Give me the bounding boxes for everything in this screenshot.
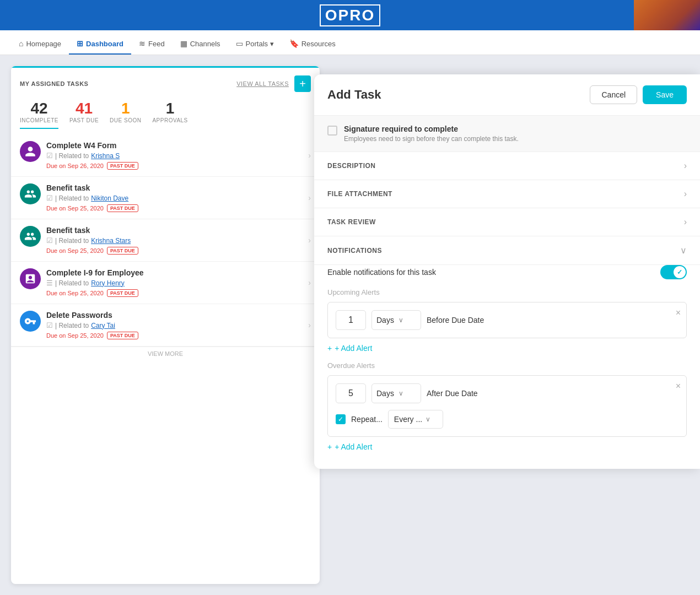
task-item[interactable]: Benefit task ☑ | Related to Krishna Star… (11, 219, 320, 262)
modal-header: Add Task Cancel Save (314, 74, 700, 116)
upcoming-alert-box: Days ∨ Before Due Date × (327, 302, 687, 338)
upcoming-alert-unit-select[interactable]: Days ∨ (371, 310, 421, 330)
task-related-link[interactable]: Rory Henry (91, 279, 125, 287)
task-item[interactable]: Delete Passwords ☑ | Related to Cary Tai… (11, 304, 320, 347)
task-related-link[interactable]: Krishna Stars (91, 237, 131, 245)
repeat-row: ✓ Repeat... Every ... ∨ (336, 410, 679, 429)
nav-portals-label: Portals ▾ (246, 40, 274, 48)
close-icon[interactable]: × (676, 381, 681, 391)
chevron-right-icon: › (308, 236, 311, 245)
file-attachment-section[interactable]: FILE ATTACHMENT › (314, 180, 700, 208)
notifications-label: NOTIFICATIONS (327, 247, 382, 255)
description-label: DESCRIPTION (327, 162, 376, 170)
task-related-link[interactable]: Nikiton Dave (91, 194, 128, 202)
task-info: Complete W4 Form ☑ | Related to Krishna … (46, 141, 304, 170)
task-name: Complete W4 Form (46, 141, 304, 150)
nav-dashboard-label: Dashboard (86, 40, 123, 48)
add-task-modal: Add Task Cancel Save Signature required … (314, 74, 700, 469)
dashboard-icon: ⊞ (77, 39, 83, 48)
modal-actions: Cancel Save (590, 85, 687, 104)
overdue-alert-row: Days ∨ After Due Date (336, 383, 679, 403)
upcoming-alert-number-input[interactable] (336, 310, 366, 330)
add-task-button[interactable]: + (294, 75, 311, 92)
avatar (20, 311, 41, 332)
chevron-right-icon: › (308, 151, 311, 160)
chevron-right-icon: › (308, 321, 311, 329)
stat-due-soon[interactable]: 1 DUE SOON (110, 100, 141, 129)
task-due: Due on Sep 25, 2020 PAST DUE (46, 247, 304, 255)
task-related-link[interactable]: Krishna S (91, 152, 120, 160)
check-icon: ☑ (46, 152, 53, 160)
add-alert-label: + Add Alert (335, 344, 372, 353)
toggle-knob: ✓ (674, 266, 686, 278)
avatar (20, 268, 41, 289)
due-date: Due on Sep 26, 2020 (46, 163, 104, 169)
cancel-button[interactable]: Cancel (590, 85, 637, 104)
chevron-down-icon: ∨ (399, 316, 403, 324)
task-name: Delete Passwords (46, 311, 304, 320)
overdue-alert-unit-select[interactable]: Days ∨ (371, 383, 421, 403)
enable-notifications-row: Enable notifications for this task ✓ (327, 265, 687, 279)
save-button[interactable]: Save (643, 85, 687, 104)
file-attachment-label: FILE ATTACHMENT (327, 190, 392, 198)
task-item[interactable]: Benefit task ☑ | Related to Nikiton Dave… (11, 177, 320, 219)
stats-row: 42 INCOMPLETE 41 PAST DUE 1 DUE SOON 1 A… (11, 92, 320, 129)
task-review-section[interactable]: TASK REVIEW › (314, 208, 700, 236)
check-icon: ☑ (46, 321, 53, 329)
add-overdue-alert-button[interactable]: + + Add Alert (327, 442, 687, 451)
notifications-toggle[interactable]: ✓ (660, 265, 687, 279)
notifications-header[interactable]: NOTIFICATIONS ∨ (314, 236, 700, 265)
task-info: Complete I-9 for Employee ☰ | Related to… (46, 268, 304, 297)
stat-due-soon-label: DUE SOON (110, 117, 141, 123)
plus-icon: + (327, 344, 332, 353)
task-item[interactable]: Complete I-9 for Employee ☰ | Related to… (11, 262, 320, 304)
repeat-checkbox[interactable]: ✓ (336, 414, 346, 424)
view-more[interactable]: VIEW MORE (11, 347, 320, 360)
nav-item-feed[interactable]: ≋ Feed (131, 34, 173, 55)
stat-incomplete[interactable]: 42 INCOMPLETE (20, 100, 58, 129)
task-item[interactable]: Complete W4 Form ☑ | Related to Krishna … (11, 134, 320, 177)
past-due-badge: PAST DUE (107, 204, 138, 212)
overdue-alert-number-input[interactable] (336, 383, 366, 403)
close-icon[interactable]: × (676, 308, 681, 318)
stat-approvals[interactable]: 1 APPROVALS (152, 100, 187, 129)
stat-past-due-number: 41 (76, 100, 93, 117)
add-upcoming-alert-button[interactable]: + + Add Alert (327, 344, 687, 353)
task-due: Due on Sep 25, 2020 PAST DUE (46, 289, 304, 297)
nav-item-resources[interactable]: 🔖 Resources (282, 34, 343, 55)
due-date: Due on Sep 25, 2020 (46, 205, 104, 212)
channels-icon: ▦ (180, 39, 187, 48)
nav-item-channels[interactable]: ▦ Channels (173, 34, 228, 55)
nav-item-portals[interactable]: ▭ Portals ▾ (228, 34, 282, 55)
overdue-alerts-label: Overdue Alerts (327, 361, 687, 370)
signature-checkbox[interactable] (327, 126, 337, 136)
task-due: Due on Sep 26, 2020 PAST DUE (46, 162, 304, 170)
chevron-right-icon: › (308, 193, 311, 202)
description-section[interactable]: DESCRIPTION › (314, 152, 700, 180)
stat-past-due[interactable]: 41 PAST DUE (69, 100, 99, 129)
notifications-content: Enable notifications for this task ✓ Upc… (314, 265, 700, 469)
nav-homepage-label: Homepage (26, 40, 61, 48)
nav-resources-label: Resources (301, 40, 336, 48)
overdue-alert-box: Days ∨ After Due Date × ✓ Repeat... Ev (327, 375, 687, 437)
upcoming-alert-timing: Before Due Date (427, 316, 679, 324)
task-related-link[interactable]: Cary Tai (91, 322, 115, 329)
past-due-badge: PAST DUE (107, 332, 138, 339)
check-icon: ☑ (46, 236, 53, 245)
nav-item-dashboard[interactable]: ⊞ Dashboard (69, 34, 131, 55)
stat-approvals-label: APPROVALS (152, 117, 187, 123)
due-date: Due on Sep 25, 2020 (46, 247, 104, 254)
nav-item-homepage[interactable]: ⌂ Homepage (11, 34, 69, 55)
task-list: Complete W4 Form ☑ | Related to Krishna … (11, 134, 320, 347)
main-content: MY ASSIGNED TASKS VIEW ALL TASKS + 42 IN… (0, 55, 700, 595)
chevron-right-icon: › (684, 189, 687, 199)
stat-incomplete-label: INCOMPLETE (20, 117, 58, 123)
logo: OPRO (320, 4, 380, 26)
view-all-link[interactable]: VIEW ALL TASKS (236, 80, 289, 87)
repeat-label: Repeat... (351, 415, 383, 424)
portals-icon: ▭ (236, 39, 243, 48)
stat-incomplete-number: 42 (30, 100, 47, 117)
past-due-badge: PAST DUE (107, 162, 138, 170)
repeat-frequency-select[interactable]: Every ... ∨ (388, 410, 443, 429)
resources-icon: 🔖 (289, 39, 299, 48)
